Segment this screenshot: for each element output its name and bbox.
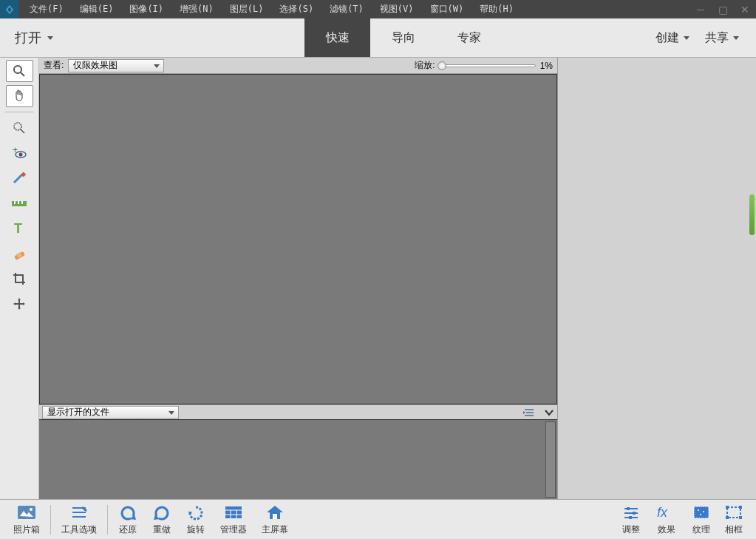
share-button[interactable]: 共享 — [699, 30, 745, 46]
svg-rect-50 — [727, 507, 740, 518]
hand-tool[interactable] — [6, 85, 33, 107]
svg-point-2 — [14, 66, 21, 73]
mode-tabs: 快速 导向 专家 — [304, 18, 502, 57]
photo-bin[interactable] — [39, 419, 557, 499]
straighten-tool[interactable] — [6, 192, 33, 214]
close-button[interactable]: ✕ — [734, 2, 756, 17]
redeye-tool[interactable]: + — [6, 142, 33, 164]
rotate-icon — [186, 503, 205, 522]
zoom-tool[interactable] — [6, 60, 33, 82]
effects-icon: fx — [655, 503, 678, 522]
menu-window[interactable]: 窗口(W) — [423, 0, 471, 18]
svg-point-49 — [700, 514, 701, 515]
menu-edit[interactable]: 编辑(E) — [72, 0, 121, 18]
right-scrollbar[interactable] — [749, 194, 755, 235]
svg-rect-51 — [726, 506, 729, 509]
frames-icon — [725, 503, 743, 522]
photobin-scrollbar[interactable] — [545, 421, 556, 498]
open-label: 打开 — [15, 29, 41, 47]
minimize-button[interactable]: ─ — [689, 2, 712, 17]
svg-rect-54 — [739, 516, 742, 519]
text-tool[interactable]: T — [6, 217, 33, 240]
menu-layer[interactable]: 图层(L) — [222, 0, 271, 18]
center-area: 查看: 仅限效果图 缩放: 1% 显示打开的文件 — [39, 58, 557, 499]
zoom-label: 缩放: — [415, 59, 435, 72]
organizer-button[interactable]: 管理器 — [213, 503, 254, 536]
tab-expert[interactable]: 专家 — [436, 18, 502, 57]
main-area: + T 查看: 仅限效果图 缩放: 1% 显示打开的文件 — [0, 58, 756, 499]
svg-rect-14 — [21, 201, 23, 204]
view-dropdown[interactable]: 仅限效果图 — [68, 59, 164, 72]
svg-line-3 — [21, 72, 24, 76]
redo-icon — [152, 503, 171, 522]
tab-guided[interactable]: 导向 — [370, 18, 436, 57]
textures-button[interactable]: 纹理 — [685, 503, 718, 536]
zoom-slider[interactable] — [440, 64, 536, 67]
openfiles-dropdown[interactable]: 显示打开的文件 — [42, 406, 179, 419]
toolopts-button[interactable]: 工具选项 — [54, 503, 104, 536]
create-button[interactable]: 创建 — [650, 30, 695, 46]
organizer-icon — [224, 503, 243, 522]
filebar-icons — [523, 407, 554, 418]
tool-separator — [4, 112, 34, 112]
menu-enhance[interactable]: 增强(N) — [172, 0, 221, 18]
right-panel — [557, 58, 756, 499]
menu-view[interactable]: 视图(V) — [372, 0, 421, 18]
photobin-icon — [16, 503, 37, 522]
svg-text:fx: fx — [657, 505, 668, 520]
maximize-button[interactable]: ▢ — [712, 2, 734, 17]
separator — [107, 505, 108, 535]
list-icon[interactable] — [523, 407, 535, 418]
svg-point-48 — [703, 511, 704, 512]
svg-marker-21 — [523, 411, 525, 414]
menu-image[interactable]: 图像(I) — [122, 0, 171, 18]
svg-rect-45 — [694, 506, 709, 518]
crop-tool[interactable] — [6, 268, 33, 290]
menu-help[interactable]: 帮助(H) — [472, 0, 521, 18]
svg-line-5 — [21, 129, 24, 133]
svg-rect-43 — [629, 516, 632, 519]
svg-point-47 — [698, 509, 699, 511]
undo-button[interactable]: 还原 — [111, 503, 145, 536]
move-tool[interactable] — [6, 293, 33, 315]
healing-tool[interactable] — [6, 243, 33, 265]
view-label: 查看: — [44, 59, 64, 72]
svg-rect-37 — [273, 514, 277, 519]
undo-icon — [118, 503, 137, 522]
menu-filter[interactable]: 滤镜(T) — [322, 0, 371, 18]
window-controls: ─ ▢ ✕ — [689, 2, 756, 17]
zoom-value: 1% — [540, 61, 553, 71]
quick-select-tool[interactable] — [6, 117, 33, 139]
frames-button[interactable]: 相框 — [718, 503, 750, 536]
share-label: 共享 — [705, 30, 729, 46]
svg-line-9 — [14, 174, 22, 183]
svg-text:T: T — [14, 221, 22, 236]
slider-thumb[interactable] — [437, 61, 446, 70]
bottom-bar: 照片箱 工具选项 还原 重做 旋转 管理器 主屏幕 调整 fx 效果 纹理 相框 — [0, 499, 756, 539]
menu-select[interactable]: 选择(S) — [272, 0, 321, 18]
svg-rect-41 — [627, 507, 630, 510]
adjust-button[interactable]: 调整 — [614, 503, 648, 536]
svg-rect-22 — [18, 506, 35, 519]
home-button[interactable]: 主屏幕 — [254, 503, 296, 536]
whiten-tool[interactable] — [6, 167, 33, 189]
effects-button[interactable]: fx 效果 — [648, 503, 685, 536]
svg-point-8 — [19, 153, 23, 157]
menu-bar: 文件(F) 编辑(E) 图像(I) 增强(N) 图层(L) 选择(S) 滤镜(T… — [22, 0, 521, 18]
chevron-down-icon[interactable] — [544, 407, 554, 418]
photobin-button[interactable]: 照片箱 — [6, 503, 47, 536]
left-toolbar: + T — [0, 58, 39, 499]
rotate-button[interactable]: 旋转 — [179, 503, 213, 536]
canvas-area[interactable] — [39, 74, 557, 404]
svg-point-4 — [14, 123, 21, 130]
toolopts-icon — [69, 503, 89, 522]
open-button[interactable]: 打开 — [0, 18, 68, 57]
separator — [50, 505, 51, 535]
create-label: 创建 — [655, 30, 679, 46]
svg-rect-42 — [633, 512, 636, 515]
svg-rect-52 — [739, 506, 742, 509]
tab-quick[interactable]: 快速 — [304, 18, 370, 57]
app-logo — [0, 0, 18, 18]
menu-file[interactable]: 文件(F) — [22, 0, 71, 18]
redo-button[interactable]: 重做 — [145, 503, 179, 536]
